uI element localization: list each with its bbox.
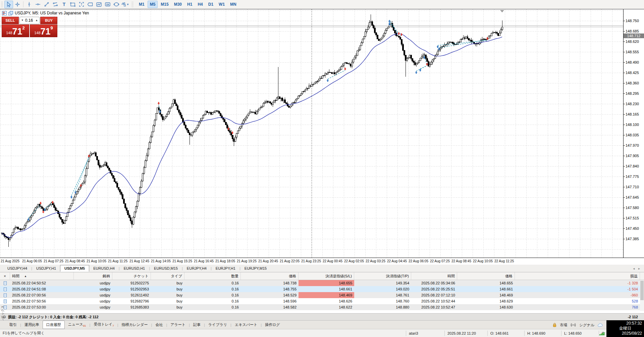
rectangle-tool-button[interactable] (68, 1, 77, 8)
chart-tab-eurjpy-m15[interactable]: EURJPY,M15 (240, 265, 271, 271)
column-header-ticket[interactable]: チケット (112, 272, 151, 280)
buy-button[interactable]: BUY (40, 17, 57, 24)
column-header-volume[interactable]: 数量 (184, 272, 241, 280)
trendline-tool-button[interactable] (42, 1, 51, 8)
vertical-line-tool-button[interactable] (25, 1, 34, 8)
dropdown-arrow-icon[interactable]: ▼ (126, 3, 129, 6)
history-row[interactable]: 2025.08.22 04:51:08usdjpy912502953buy0.1… (0, 286, 644, 292)
chart-tab-eurusd-h1[interactable]: EURUSD,H1 (120, 265, 149, 271)
cell-price: 148.738 (241, 280, 299, 286)
column-header-open_time[interactable]: 時間▲ (10, 272, 74, 280)
price-tick-label: 148.230 (626, 102, 639, 106)
toolbar-grip[interactable] (1, 1, 3, 7)
market-depth-icon[interactable] (2, 11, 7, 15)
signal-icon (571, 323, 576, 327)
cell-close_price: 148.630 (457, 304, 515, 310)
chart-tab-usdjpy-h1[interactable]: USDJPY,H1 (32, 265, 60, 271)
toolbox-tab-7[interactable]: アラート (167, 321, 189, 329)
candlestick-chart[interactable] (0, 9, 623, 258)
cell-tp: 148.880 (354, 304, 411, 310)
chart-tab-eurjpy-h4[interactable]: EURJPY,H4 (183, 265, 211, 271)
cursor-tool-button[interactable] (4, 1, 13, 8)
ok-dialog-tool-button[interactable]: OK (103, 1, 112, 8)
text-label-tool-button[interactable]: T (77, 1, 86, 8)
toolbox-tab-8[interactable]: 記事 (190, 321, 204, 329)
toolbox-tab-11[interactable]: 操作ログ (262, 321, 283, 329)
toolbox-tab-2[interactable]: 口座履歴 (43, 321, 65, 329)
market-status-label[interactable]: 市場 (560, 323, 567, 328)
history-row[interactable]: 2025.08.22 04:50:52usdjpy912502275buy0.1… (0, 280, 644, 286)
volume-increase-button[interactable]: ▲ (34, 17, 39, 24)
price-tag-tool-button[interactable] (86, 1, 95, 8)
ellipse-tool-button[interactable] (112, 1, 121, 8)
timeframe-h1-button[interactable]: H1 (185, 1, 195, 8)
column-header-symbol[interactable]: 銘柄 (74, 272, 112, 280)
price-tick-label: 147.450 (626, 226, 639, 230)
chart-tab-eurusd-m15[interactable]: EURUSD,M15 (150, 265, 182, 271)
time-axis[interactable]: 21 Aug 202521 Aug 06:0521 Aug 07:2521 Au… (0, 258, 644, 265)
timeframe-d1-button[interactable]: D1 (206, 1, 216, 8)
chart-tab-usdjpy-m5[interactable]: USDJPY,M5 (60, 265, 89, 272)
time-tick-label: 22 Aug 11:25 (494, 259, 514, 263)
account-summary-row: ⊖ 損益: -2 112 クレジット: 0 入金: 0 出金: 0 残高: -2… (0, 313, 644, 320)
volume-decrease-button[interactable]: ▼ (20, 17, 25, 24)
timeframe-m5-button[interactable]: M5 (148, 1, 158, 8)
horizontal-line-tool-button[interactable] (34, 1, 42, 8)
toolbox-tab-1[interactable]: 運用比率 (21, 321, 43, 329)
indicator-window-tool-button[interactable] (95, 1, 103, 8)
cell-type: buy (151, 304, 184, 310)
cell-symbol: usdjpy (74, 280, 112, 286)
chart-tab-eurusd-h4[interactable]: EURUSD,H4 (89, 265, 119, 271)
chart-tab-eurjpy-h1[interactable]: EURJPY,H1 (212, 265, 239, 271)
column-header-tp[interactable]: 決済指値(T/P) (354, 272, 411, 280)
signal-label[interactable]: シグナル (579, 323, 594, 328)
timeframe-m30-button[interactable]: M30 (172, 1, 184, 8)
timeframe-h4-button[interactable]: H4 (195, 1, 205, 8)
sell-price[interactable]: 148 71 2 (2, 24, 29, 37)
column-header-sl[interactable]: 決済逆指値(S/L) (299, 272, 354, 280)
toolbox-tab-6[interactable]: 会社 (152, 321, 166, 329)
column-header-price[interactable]: 価格 (241, 272, 299, 280)
sell-button[interactable]: SELL (2, 17, 19, 24)
column-header-close_price[interactable]: 価格 (457, 272, 515, 280)
column-header-type[interactable]: タイプ (151, 272, 184, 280)
scrollbar-thumb[interactable] (640, 281, 644, 300)
toolbar-grip-2[interactable] (131, 1, 134, 7)
shapes-dropdown-tool-button[interactable]: ▼ (121, 1, 129, 8)
history-row[interactable]: 2025.08.22 07:00:56usdjpy912611492buy0.1… (0, 292, 644, 298)
history-row[interactable]: 2025.08.22 07:53:00usdjpy912685383buy0.1… (0, 304, 644, 310)
chart-tab-bar: USDJPY,H4|USDJPY,H1USDJPY,M5EURUSD,H4|EU… (0, 265, 644, 272)
toolbox-tab-0[interactable]: 取引 (6, 321, 20, 329)
toolbox-tab-5[interactable]: 指標カレンダー (118, 321, 151, 329)
cell-price: 148.755 (241, 286, 299, 292)
chart-tab-usdjpy-h4[interactable]: USDJPY,H4 (3, 265, 31, 271)
price-tick-label: 147.840 (626, 164, 639, 168)
history-row[interactable]: 2025.08.22 07:50:56usdjpy912682796buy0.1… (0, 298, 644, 304)
price-tick-label: 148.165 (626, 112, 639, 116)
timeframe-m1-button[interactable]: M1 (137, 1, 147, 8)
chart-window-icon[interactable] (8, 11, 13, 15)
equidistant-channel-tool-button[interactable] (51, 1, 60, 8)
summary-total: -2 112 (628, 315, 644, 319)
toolbar-separator (23, 1, 23, 7)
text-tool-button[interactable]: T (60, 1, 68, 8)
volume-input[interactable]: 0.16 (25, 17, 34, 24)
buy-price[interactable]: 148 71 9 (30, 24, 57, 37)
cell-ticket: 912611492 (112, 292, 151, 298)
price-axis[interactable]: 148.750148.685148.620148.555148.490148.4… (623, 9, 644, 258)
crosshair-tool-button[interactable] (13, 1, 22, 8)
toolbox-tab-10[interactable]: エキスパート (231, 321, 261, 329)
toolbox-tab-3[interactable]: ニュース81 (65, 321, 90, 329)
time-tick-label: 21 Aug 15:25 (172, 259, 192, 263)
toolbox-close-button[interactable]: × (0, 272, 10, 280)
tab-scroll-arrows[interactable]: ◂ ▸ (633, 267, 641, 270)
toolbox-scrollbar[interactable] (640, 280, 644, 311)
timeframe-m15-button[interactable]: M15 (158, 1, 171, 8)
toolbox-tab-9[interactable]: ライブラリ (205, 321, 230, 329)
toolbox-tab-4[interactable]: 受信トレイ7 (90, 321, 117, 329)
timeframe-mn-button[interactable]: MN (228, 1, 239, 8)
column-header-close_time[interactable]: 時間 (411, 272, 457, 280)
column-header-profit[interactable]: 損益 (515, 272, 640, 280)
price-tick-label: 147.645 (626, 195, 639, 199)
timeframe-w1-button[interactable]: W1 (216, 1, 227, 8)
